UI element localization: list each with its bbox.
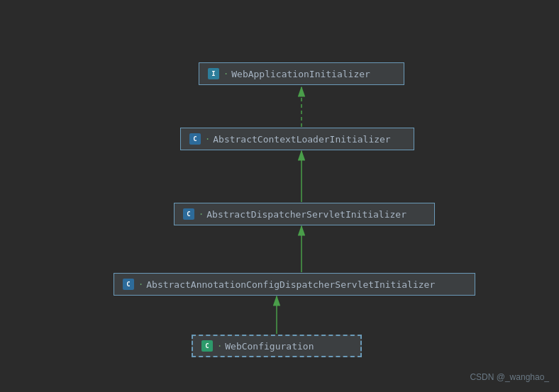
diagram-container: I · WebApplicationInitializer C · Abstra… (0, 0, 559, 392)
node-label: AbstractAnnotationConfigDispatcherServle… (146, 279, 435, 290)
arrows-svg (0, 0, 559, 392)
visibility-marker: · (217, 341, 222, 351)
watermark: CSDN @_wanghao_ (470, 372, 549, 382)
abstract-icon: C (123, 279, 134, 290)
node-web-configuration[interactable]: C · WebConfiguration (192, 335, 362, 357)
interface-icon: I (208, 68, 219, 79)
abstract-icon: C (189, 133, 201, 145)
visibility-marker: · (223, 69, 228, 79)
node-abstract-dispatcher-servlet[interactable]: C · AbstractDispatcherServletInitializer (174, 203, 435, 225)
visibility-marker: · (138, 279, 143, 289)
visibility-marker: · (205, 134, 210, 144)
node-label: AbstractDispatcherServletInitializer (206, 209, 406, 220)
abstract-icon: C (183, 208, 194, 220)
node-label: WebApplicationInitializer (231, 69, 370, 79)
node-label: WebConfiguration (225, 341, 314, 352)
class-icon: C (201, 340, 213, 352)
node-web-app-initializer[interactable]: I · WebApplicationInitializer (199, 62, 404, 85)
visibility-marker: · (199, 209, 204, 219)
node-abstract-context-loader[interactable]: C · AbstractContextLoaderInitializer (180, 128, 414, 150)
node-label: AbstractContextLoaderInitializer (213, 134, 390, 145)
node-abstract-annotation-config[interactable]: C · AbstractAnnotationConfigDispatcherSe… (114, 273, 475, 296)
